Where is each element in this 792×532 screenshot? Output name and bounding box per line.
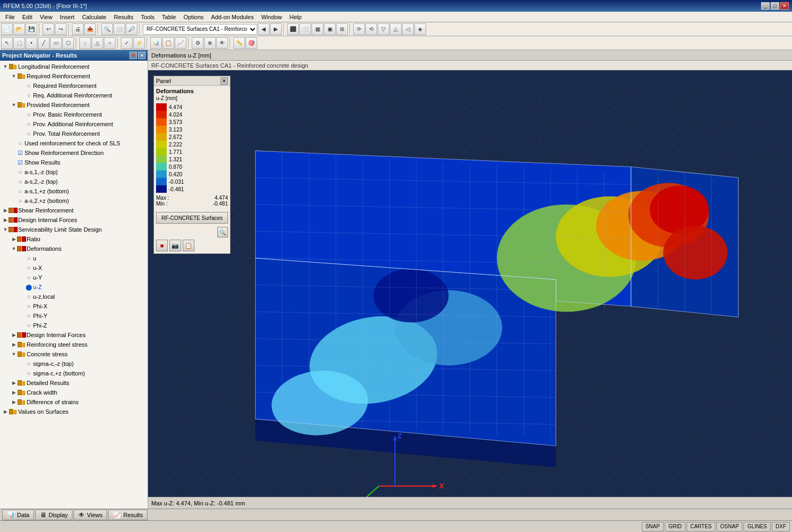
tree-radio-20[interactable]: ○	[26, 255, 32, 261]
module-selector[interactable]: RF-CONCRETE Surfaces CA1 - Reinforco	[143, 24, 257, 35]
menu-item-window[interactable]: Window	[258, 13, 285, 21]
tree-radio-11[interactable]: ○	[17, 169, 23, 175]
tree-item[interactable]: ▶Difference of strains	[0, 397, 148, 407]
render-btn1[interactable]: ⬛	[287, 23, 299, 35]
tree-item[interactable]: ○Prov. Basic Reinforcement	[0, 110, 148, 119]
view-front-btn[interactable]: △	[390, 23, 402, 35]
panel-pin-button[interactable]: 📌	[129, 52, 137, 59]
tree-checkbox-9[interactable]: ☑	[17, 150, 23, 156]
bottom-tab-results[interactable]: 📈Results	[108, 510, 148, 520]
legend-export-button[interactable]: 📋	[183, 240, 194, 251]
menu-item-calculate[interactable]: Calculate	[79, 13, 110, 21]
tree-expander-30[interactable]: ▼	[11, 351, 17, 357]
tree-expander-18[interactable]: ▶	[11, 236, 17, 242]
next-button[interactable]: ▶	[270, 23, 282, 35]
layer-btn[interactable]: ⊕	[204, 37, 216, 49]
redo-button[interactable]: ↪	[55, 23, 67, 35]
tree-expander-17[interactable]: ▼	[2, 226, 9, 233]
menu-item-options[interactable]: Options	[180, 13, 207, 21]
tree-item[interactable]: ○Prov. Total Reinforcement	[0, 129, 148, 138]
tree-radio-3[interactable]: ○	[26, 92, 32, 99]
tree-radio-32[interactable]: ○	[26, 370, 32, 377]
tree-item[interactable]: ○Req. Additional Reinforcement	[0, 91, 148, 100]
print-button[interactable]: 🖨	[72, 23, 84, 35]
tree-expander-16[interactable]: ▶	[2, 217, 9, 223]
bottom-btn-osnap[interactable]: OSNAP	[716, 522, 742, 531]
tree-item[interactable]: ○Required Reinforcement	[0, 81, 148, 91]
bottom-btn-cartes[interactable]: CARTES	[687, 522, 715, 531]
minimize-button[interactable]: _	[761, 2, 770, 10]
tree-item[interactable]: ▼Serviceability Limit State Design	[0, 225, 148, 234]
tree-item[interactable]: ▶Ratio	[0, 234, 148, 244]
rot2-btn[interactable]: ⟲	[365, 23, 377, 35]
select-btn[interactable]: ↖	[1, 37, 13, 49]
tree-radio-13[interactable]: ○	[17, 188, 23, 194]
tree-item[interactable]: ○u-z,local	[0, 292, 148, 301]
tree-radio-26[interactable]: ○	[26, 313, 32, 319]
rf-concrete-button[interactable]: RF-CONCRETE Surfaces	[156, 212, 228, 224]
tree-radio-6[interactable]: ○	[26, 121, 32, 127]
close-button[interactable]: ✕	[780, 2, 789, 10]
menu-item-results[interactable]: Results	[111, 13, 137, 21]
menu-item-insert[interactable]: Insert	[56, 13, 78, 21]
menu-item-view[interactable]: View	[37, 13, 56, 21]
menu-item-help[interactable]: Help	[287, 13, 305, 21]
result-btn1[interactable]: 📊	[150, 37, 162, 49]
tree-expander-1[interactable]: ▼	[11, 73, 17, 79]
tree-radio-5[interactable]: ○	[26, 111, 32, 118]
support-btn[interactable]: △	[92, 37, 103, 49]
tree-expander-29[interactable]: ▶	[11, 341, 17, 348]
node-btn[interactable]: •	[26, 37, 37, 49]
legend-color-button[interactable]: ■	[156, 240, 168, 251]
tree-item[interactable]: ▶Design Internal Forces	[0, 215, 148, 225]
tree-radio-31[interactable]: ○	[26, 361, 32, 367]
tree-item[interactable]: ☑Show Reinforcement Direction	[0, 148, 148, 158]
tree-item[interactable]: ○a-s,1,-z (top)	[0, 167, 148, 177]
tree-item[interactable]: ○a-s,1,+z (bottom)	[0, 186, 148, 196]
zoom-in-button[interactable]: 🔍	[101, 23, 113, 35]
view-side-btn[interactable]: ◁	[402, 23, 414, 35]
bottom-tab-display[interactable]: 🖥Display	[35, 510, 72, 520]
result-btn2[interactable]: 📋	[162, 37, 174, 49]
tree-expander-33[interactable]: ▶	[11, 380, 17, 386]
menu-item-edit[interactable]: Edit	[19, 13, 36, 21]
filter-btn[interactable]: ⚙	[192, 37, 203, 49]
tree-expander-34[interactable]: ▶	[11, 389, 17, 396]
tree-radio-22[interactable]: ○	[26, 274, 32, 281]
bottom-btn-grid[interactable]: GRID	[665, 522, 685, 531]
view-3d-btn[interactable]: ◈	[414, 23, 426, 35]
undo-button[interactable]: ↩	[43, 23, 54, 35]
panel-close-button[interactable]: ✕	[138, 52, 145, 59]
tree-item[interactable]: ▼Required Reinforcement	[0, 71, 148, 81]
zoom-fit-button[interactable]: ⬜	[113, 23, 125, 35]
save-button[interactable]: 💾	[26, 23, 37, 35]
tree-item[interactable]: ○Phi-Z	[0, 321, 148, 330]
tree-item[interactable]: ○sigma-c,+z (bottom)	[0, 369, 148, 378]
view-top-btn[interactable]: ▽	[378, 23, 389, 35]
tree-item[interactable]: ○a-s,2,-z (top)	[0, 177, 148, 186]
result-btn3[interactable]: 📈	[175, 37, 186, 49]
export-button[interactable]: 📤	[84, 23, 96, 35]
bottom-btn-glines[interactable]: GLINES	[744, 522, 771, 531]
tree-expander-4[interactable]: ▼	[11, 102, 17, 108]
render-btn2[interactable]: ⬜	[299, 23, 311, 35]
tree-item[interactable]: ○u-Y	[0, 273, 148, 282]
render-btn5[interactable]: ⊞	[336, 23, 348, 35]
tree-expander-35[interactable]: ▶	[11, 399, 17, 405]
hinges-btn[interactable]: ○	[104, 37, 116, 49]
tree-item[interactable]: ▶Detailed Results	[0, 378, 148, 388]
tree-expander-19[interactable]: ▼	[11, 245, 17, 252]
legend-close-button[interactable]: ✕	[221, 77, 228, 85]
tree-item[interactable]: ▼Longitudinal Reinforcement	[0, 62, 148, 71]
bottom-btn-snap[interactable]: SNAP	[642, 522, 664, 531]
tree-item[interactable]: ○Prov. Additional Reinforcement	[0, 119, 148, 129]
bottom-btn-dxf[interactable]: DXF	[772, 522, 790, 531]
tree-item[interactable]: ○Used reinforcement for check of SLS	[0, 138, 148, 148]
tree-item[interactable]: ▼Provided Reinforcement	[0, 100, 148, 110]
tree-item[interactable]: ☑Show Results	[0, 158, 148, 167]
tree-item[interactable]: ▼Concrete stress	[0, 349, 148, 359]
surface-btn[interactable]: ▭	[50, 37, 62, 49]
legend-titlebar[interactable]: Panel ✕	[154, 76, 230, 86]
solid-btn[interactable]: ⬡	[62, 37, 74, 49]
rot1-btn[interactable]: ⟳	[353, 23, 365, 35]
